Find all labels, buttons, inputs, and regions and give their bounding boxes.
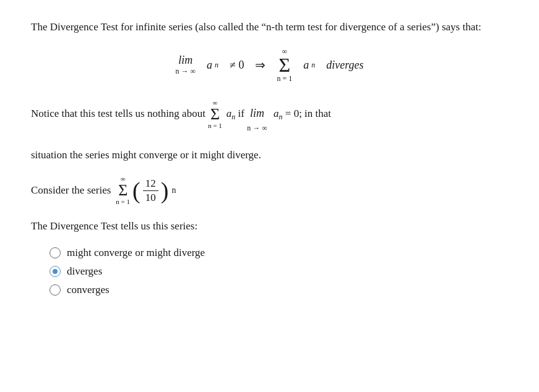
consider-sum-block: ∞ Σ n = 1 xyxy=(116,176,130,205)
intro-text: The Divergence Test for infinite series … xyxy=(31,21,481,33)
consider-sigma: Σ xyxy=(118,182,127,198)
notice-text-1: Notice that this test tells us nothing a… xyxy=(31,108,205,119)
inline-an: an xyxy=(226,105,236,124)
lim-subscript: n → ∞ xyxy=(175,67,196,76)
intro-paragraph: The Divergence Test for infinite series … xyxy=(31,19,508,35)
implies-arrow: ⇒ xyxy=(255,58,265,72)
a-letter-lhs: a xyxy=(207,59,212,72)
notice-paragraph: Notice that this test tells us nothing a… xyxy=(31,100,508,134)
notice-text-4: situation the series might converge or i… xyxy=(31,149,261,161)
fraction-numerator: 12 xyxy=(143,177,158,191)
inline-lim-sub: n → ∞ xyxy=(247,122,267,134)
lim-label: lim xyxy=(178,54,192,67)
inline-n-zero-sub: n xyxy=(279,113,283,121)
divergence-test-formula: lim n → ∞ an ≠ 0 ⇒ ∞ Σ n = 1 an diverges xyxy=(31,48,508,82)
limit-block: lim n → ∞ xyxy=(175,54,196,76)
series-formula: ∞ Σ n = 1 ( 12 10 ) n xyxy=(116,176,176,205)
sigma-symbol: Σ xyxy=(279,55,291,75)
inline-an-zero: an xyxy=(274,108,285,119)
left-paren: ( xyxy=(132,179,140,202)
an-term-rhs: an xyxy=(303,59,315,72)
notice-text-2: if xyxy=(238,108,248,119)
notice-paragraph-2: situation the series might converge or i… xyxy=(31,147,508,163)
fraction-denominator: 10 xyxy=(143,191,158,204)
radio-circle-2[interactable] xyxy=(50,266,61,277)
consider-sum-bottom: n = 1 xyxy=(116,198,130,205)
neq-zero: ≠ 0 xyxy=(230,59,244,72)
radio-label-2: diverges xyxy=(67,265,102,278)
inline-a-zero: a xyxy=(274,108,279,119)
diverges-label: diverges xyxy=(326,59,363,72)
summation-block: ∞ Σ n = 1 xyxy=(277,48,292,82)
radio-circle-3[interactable] xyxy=(50,284,61,296)
consider-text: Consider the series xyxy=(31,184,111,197)
fraction-block: 12 10 xyxy=(143,177,158,204)
inline-n-sub: n xyxy=(231,113,235,122)
radio-label-1: might converge or might diverge xyxy=(67,247,205,259)
radio-option-3[interactable]: converges xyxy=(50,284,508,296)
divergence-test-question: The Divergence Test tells us this series… xyxy=(31,218,508,234)
divergence-test-label: The Divergence Test tells us this series… xyxy=(31,220,197,232)
inline-limit-block: lim n → ∞ xyxy=(247,104,267,134)
exponent-n: n xyxy=(171,185,176,195)
radio-label-3: converges xyxy=(67,284,110,296)
n-sub-lhs: n xyxy=(215,61,218,70)
inline-lim-label: lim xyxy=(250,104,264,122)
a-letter-rhs: a xyxy=(303,59,309,72)
n-sub-rhs: n xyxy=(311,61,315,70)
notice-text-3: = 0; in that xyxy=(285,108,331,119)
sum-bottom-index: n = 1 xyxy=(277,75,292,82)
inline-sigma: Σ xyxy=(210,106,220,122)
radio-option-1[interactable]: might converge or might diverge xyxy=(50,247,508,259)
inline-sum: ∞ Σ n = 1 an xyxy=(208,100,235,129)
inline-sum-bottom: n = 1 xyxy=(208,122,222,129)
radio-option-2[interactable]: diverges xyxy=(50,265,508,278)
inline-sum-block: ∞ Σ n = 1 xyxy=(208,100,222,129)
right-paren: ) xyxy=(161,179,169,202)
an-term-lhs: an xyxy=(207,59,218,72)
answer-options: might converge or might diverge diverges… xyxy=(31,247,508,296)
consider-series-line: Consider the series ∞ Σ n = 1 ( 12 10 ) … xyxy=(31,176,508,205)
radio-circle-1[interactable] xyxy=(50,247,61,258)
